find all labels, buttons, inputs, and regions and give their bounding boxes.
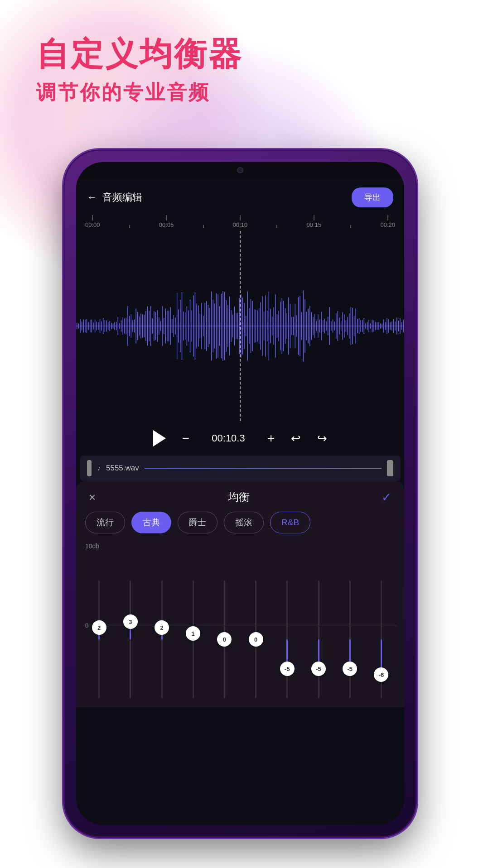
redo-icon[interactable]: ↪ [317,432,327,446]
track-thumb-left [87,460,92,476]
slider-thumb-8[interactable]: -5 [343,662,357,676]
ruler-label-1: 00:05 [159,221,174,228]
slider-track-2[interactable]: 2 [161,580,163,698]
waveform-container[interactable] [76,231,404,421]
ruler-mark-5 [276,225,277,228]
slider-thumb-3[interactable]: 1 [186,626,200,641]
transport-bar: − 00:10.3 + ↩ ↪ [76,421,404,456]
eq-confirm-button[interactable]: ✓ [382,490,391,504]
preset-chip-popular[interactable]: 流行 [85,512,125,533]
slider-thumb-5[interactable]: 0 [249,632,263,647]
timeline-ruler: 00:00 00:05 [76,215,404,231]
hero-section: 自定义均衡器 调节你的专业音频 [36,36,243,106]
screen-content: ← 音频编辑 导出 00:00 [76,178,404,825]
slider-track-7[interactable]: -5 [318,580,319,698]
ruler-mark-2: 00:05 [159,215,174,228]
ruler-mark-0: 00:00 [85,215,100,228]
ruler-mark-7 [350,225,351,228]
track-bar: ♪ 5555.wav [80,456,401,481]
slider-thumb-4[interactable]: 0 [217,632,232,647]
preset-chip-jazz[interactable]: 爵士 [178,512,217,533]
slider-track-9[interactable]: -6 [381,580,382,698]
slider-thumb-1[interactable]: 3 [123,614,138,629]
ruler-tick [276,225,277,228]
eq-close-button[interactable]: × [89,490,96,504]
eq-sliders-area: 10db 0 232100-5-5-5-6 [76,542,404,698]
ruler-mark-8: 00:20 [380,215,395,228]
page-title: 音频编辑 [102,191,142,204]
ruler-tick [166,215,167,221]
ruler-tick [240,215,241,221]
ruler-label-4: 00:20 [380,221,395,228]
slider-track-1[interactable]: 3 [130,580,131,698]
slider-track-8[interactable]: -5 [349,580,351,698]
ruler-marks: 00:00 00:05 [85,215,395,228]
ruler-mark-6: 00:15 [307,215,322,228]
eq-db-label: 10db [83,542,397,550]
slider-col-8: -5 [334,580,366,698]
eq-header: × 均衡 ✓ [76,481,404,512]
slider-col-0: 2 [83,580,115,698]
export-button[interactable]: 导出 [352,187,393,207]
preset-chip-classical[interactable]: 古典 [131,512,171,533]
phone-wrapper: ← 音频编辑 导出 00:00 [63,149,417,838]
ruler-mark-4: 00:10 [233,215,248,228]
slider-col-4: 0 [209,580,240,698]
slider-col-1: 3 [115,580,146,698]
track-thumb-right [387,460,393,476]
slider-track-3[interactable]: 1 [193,580,194,698]
music-icon: ♪ [97,464,101,472]
track-line [145,468,382,469]
ruler-tick [129,225,130,228]
eq-panel: × 均衡 ✓ 流行 古典 爵士 摇滚 R&B 10db [76,481,404,707]
preset-chip-rnb[interactable]: R&B [270,512,310,533]
preset-chip-rock[interactable]: 摇滚 [224,512,264,533]
ruler-label-0: 00:00 [85,221,100,228]
slider-track-6[interactable]: -5 [286,580,288,698]
phone-screen: ← 音频编辑 导出 00:00 [76,162,404,825]
slider-thumb-0[interactable]: 2 [92,620,106,635]
header-left: ← 音频编辑 [87,191,142,204]
ruler-tick [92,215,93,221]
ruler-label-2: 00:10 [233,221,248,228]
slider-track-5[interactable]: 0 [255,580,256,698]
ruler-label-3: 00:15 [307,221,322,228]
ruler-mark-3 [203,225,204,228]
hero-title: 自定义均衡器 [36,36,243,72]
back-button[interactable]: ← [87,192,97,203]
track-name: 5555.wav [106,464,139,473]
ruler-mark-1 [129,225,130,228]
notch-camera [237,167,243,173]
slider-col-9: -6 [366,580,397,698]
plus-button[interactable]: + [267,432,275,445]
slider-thumb-9[interactable]: -6 [374,667,388,682]
ruler-tick [314,215,314,221]
sliders-row: 0 232100-5-5-5-6 [83,553,397,698]
hero-subtitle: 调节你的专业音频 [36,79,243,106]
header-bar: ← 音频编辑 导出 [76,178,404,215]
phone-frame: ← 音频编辑 导出 00:00 [63,149,417,838]
preset-chips: 流行 古典 爵士 摇滚 R&B [76,512,404,542]
play-button[interactable] [153,430,166,446]
ruler-tick [387,215,388,221]
slider-track-4[interactable]: 0 [224,580,225,698]
undo-icon[interactable]: ↩ [291,432,301,446]
slider-col-5: 0 [240,580,271,698]
slider-thumb-2[interactable]: 2 [155,620,169,635]
ruler-tick [203,225,204,228]
time-display: 00:10.3 [206,432,251,444]
slider-thumb-6[interactable]: -5 [280,662,295,676]
playhead-line [240,231,241,421]
slider-col-7: -5 [303,580,334,698]
slider-col-6: -5 [271,580,303,698]
slider-col-2: 2 [146,580,177,698]
slider-col-3: 1 [178,580,209,698]
minus-button[interactable]: − [182,432,189,445]
notch [195,162,285,178]
slider-track-0[interactable]: 2 [98,580,100,698]
eq-title: 均衡 [228,490,250,504]
slider-thumb-7[interactable]: -5 [311,662,326,676]
ruler-tick [350,225,351,228]
